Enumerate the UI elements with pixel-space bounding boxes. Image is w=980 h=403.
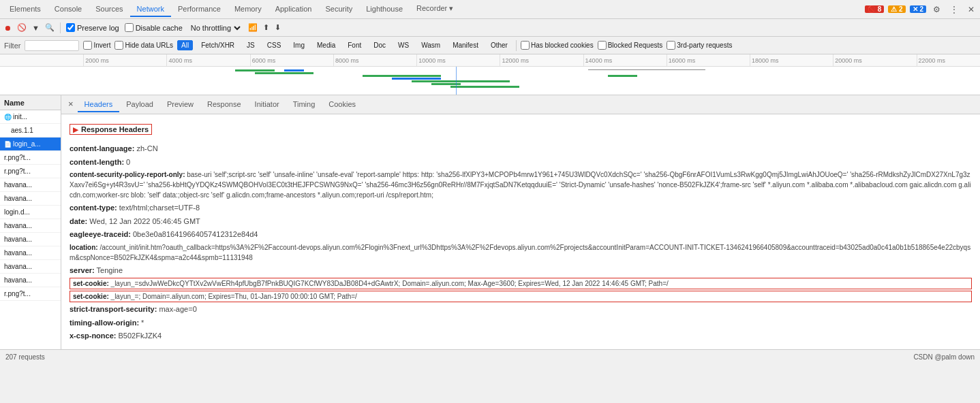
request-item-havana7[interactable]: havana...	[0, 274, 61, 287]
detail-tabs: × Headers Payload Preview Response Initi…	[61, 95, 980, 114]
request-item-havana5[interactable]: havana...	[0, 246, 61, 260]
third-party-checkbox[interactable]	[667, 41, 675, 50]
record-button[interactable]: ⏺	[4, 24, 12, 32]
blocked-requests-checkbox[interactable]	[598, 41, 607, 50]
wifi-button[interactable]: 📶	[248, 23, 258, 32]
header-set-cookie-2: set-cookie: _layun_=; Domain=.aliyun.com…	[70, 291, 972, 302]
filter-doc[interactable]: Doc	[369, 40, 390, 50]
filter-other[interactable]: Other	[487, 40, 512, 50]
third-party-label[interactable]: 3rd-party requests	[667, 41, 732, 50]
tab-response[interactable]: Response	[200, 97, 248, 112]
request-item-havana2[interactable]: havana...	[0, 192, 61, 206]
warn-badge: ⚠ 2	[888, 5, 905, 13]
timeline-ruler: 2000 ms 4000 ms 6000 ms 8000 ms 10000 ms…	[0, 54, 980, 67]
search-button[interactable]: 🔍	[45, 23, 55, 32]
header-eagleeye: eagleeye-traceid: 0be3e0a816419664057412…	[70, 229, 972, 240]
ruler-4000: 4000 ms	[166, 54, 192, 66]
nav-tab-memory[interactable]: Memory	[228, 2, 269, 17]
request-item-havana1[interactable]: havana...	[0, 178, 61, 192]
filter-wasm[interactable]: Wasm	[417, 40, 444, 50]
preserve-log-label[interactable]: Preserve log	[66, 23, 119, 32]
nav-tab-security[interactable]: Security	[318, 2, 359, 17]
filter-font[interactable]: Font	[343, 40, 365, 50]
detail-panel: × Headers Payload Preview Response Initi…	[61, 95, 980, 349]
nav-tab-lighthouse[interactable]: Lighthouse	[359, 2, 410, 17]
response-headers-section: ▶ Response Headers	[70, 124, 152, 135]
nav-tab-sources[interactable]: Sources	[89, 2, 129, 17]
filter-input[interactable]	[25, 40, 79, 51]
tab-payload[interactable]: Payload	[119, 97, 160, 112]
info-badge: ✕ 2	[910, 5, 926, 13]
filter-js[interactable]: JS	[243, 40, 259, 50]
triangle-icon: ▶	[73, 126, 78, 133]
nav-tab-recorder[interactable]: Recorder ▾	[410, 1, 460, 17]
nav-tab-elements[interactable]: Elements	[3, 2, 48, 17]
nav-tab-network[interactable]: Network	[130, 2, 171, 17]
tab-preview[interactable]: Preview	[160, 97, 200, 112]
ruler-16000: 16000 ms	[667, 54, 696, 66]
request-item-aes[interactable]: aes.1.1	[0, 124, 61, 138]
request-item-login[interactable]: 📄login_a...	[0, 138, 61, 151]
header-set-cookie-1: set-cookie: _layun_=sdvJwWeDkcQYTtXv2wVw…	[70, 278, 972, 289]
tab-cookies[interactable]: Cookies	[322, 97, 363, 112]
filter-fetch-xhr[interactable]: Fetch/XHR	[197, 40, 239, 50]
has-blocked-cookies-label[interactable]: Has blocked cookies	[521, 41, 594, 50]
nav-tab-performance[interactable]: Performance	[171, 2, 228, 17]
settings-button[interactable]: ⚙	[930, 3, 943, 16]
tab-timing[interactable]: Timing	[286, 97, 322, 112]
header-sts: strict-transport-security: max-age=0	[70, 304, 972, 315]
response-headers-label: Response Headers	[81, 125, 149, 133]
header-csp: content-security-policy-report-only: bas…	[70, 170, 972, 200]
close-button[interactable]: ✕	[965, 3, 977, 16]
watermark: CSDN @palm down	[913, 353, 975, 361]
detail-close-btn[interactable]: ×	[64, 96, 78, 113]
filter-all[interactable]: All	[177, 40, 193, 50]
invert-label[interactable]: Invert	[83, 41, 110, 50]
filter-button[interactable]: ▼	[32, 24, 40, 32]
ruler-12000: 12000 ms	[500, 54, 529, 66]
filter-ws[interactable]: WS	[394, 40, 413, 50]
request-item-init[interactable]: 🌐init...	[0, 110, 61, 124]
nav-tab-application[interactable]: Application	[269, 2, 319, 17]
disable-cache-label[interactable]: Disable cache	[125, 23, 183, 32]
filter-sep	[516, 40, 517, 51]
filter-media[interactable]: Media	[313, 40, 339, 50]
request-list: Name 🌐init... aes.1.1 📄login_a... r.png?…	[0, 95, 61, 349]
blocked-requests-label[interactable]: Blocked Requests	[598, 41, 663, 50]
ruler-22000: 22000 ms	[917, 54, 946, 66]
export-button[interactable]: ⬇	[275, 23, 281, 32]
hide-data-urls-checkbox[interactable]	[114, 41, 123, 50]
tab-headers[interactable]: Headers	[78, 97, 120, 112]
disable-cache-checkbox[interactable]	[125, 23, 134, 32]
header-xcsp: x-csp-nonce: B502FkJZK4	[70, 330, 972, 342]
request-item-login-d[interactable]: login.d...	[0, 206, 61, 219]
clear-button[interactable]: 🚫	[17, 23, 27, 32]
tab-initiator[interactable]: Initiator	[248, 97, 286, 112]
header-content-language: content-language: zh-CN	[70, 143, 972, 155]
filter-manifest[interactable]: Manifest	[448, 40, 483, 50]
ruler-2000: 2000 ms	[83, 54, 109, 66]
request-item-havana3[interactable]: havana...	[0, 219, 61, 233]
header-server: server: Tengine	[70, 265, 972, 276]
sep1	[60, 22, 61, 33]
filter-img[interactable]: Img	[289, 40, 309, 50]
request-item-havana6[interactable]: havana...	[0, 260, 61, 274]
timeline: 2000 ms 4000 ms 6000 ms 8000 ms 10000 ms…	[0, 54, 980, 95]
filter-css[interactable]: CSS	[263, 40, 286, 50]
request-item-rpng2[interactable]: r.png?t...	[0, 165, 61, 178]
hide-data-urls-label[interactable]: Hide data URLs	[114, 41, 173, 50]
request-item-havana4[interactable]: havana...	[0, 233, 61, 246]
throttle-select[interactable]: No throttling	[188, 23, 243, 33]
request-list-header: Name	[0, 95, 61, 110]
nav-tab-console[interactable]: Console	[48, 2, 89, 17]
preserve-log-checkbox[interactable]	[66, 23, 75, 32]
request-item-rpng3[interactable]: r.png?t...	[0, 287, 61, 301]
import-button[interactable]: ⬆	[263, 23, 269, 32]
invert-checkbox[interactable]	[83, 41, 92, 50]
top-nav: Elements Console Sources Network Perform…	[0, 0, 980, 19]
status-bar: 207 requests CSDN @palm down	[0, 349, 980, 364]
request-item-rpng1[interactable]: r.png?t...	[0, 151, 61, 165]
header-content-type: content-type: text/html;charset=UTF-8	[70, 202, 972, 214]
has-blocked-cookies-checkbox[interactable]	[521, 41, 530, 50]
more-button[interactable]: ⋮	[947, 3, 961, 16]
